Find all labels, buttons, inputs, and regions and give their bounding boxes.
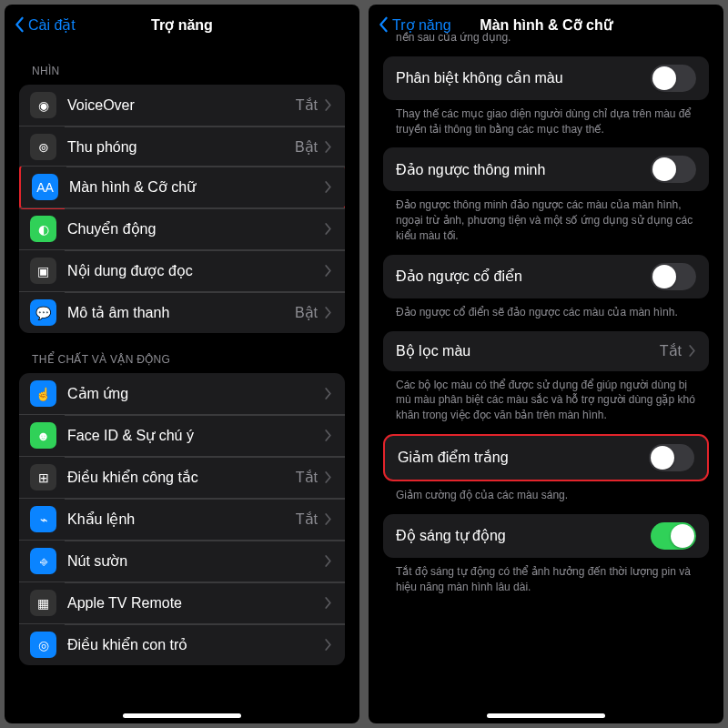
settings-row: Đảo ngược cổ điển <box>383 255 709 298</box>
row-label: Thu phóng <box>67 139 295 156</box>
chevron-right-icon <box>325 388 332 399</box>
settings-row[interactable]: ◎ Điều khiển con trỏ <box>19 623 345 665</box>
back-label: Trợ năng <box>392 16 451 34</box>
row-label: Bộ lọc màu <box>396 342 660 359</box>
settings-group: Đảo ngược thông minh <box>383 147 709 191</box>
group-footer: Giảm cường độ của các màu sáng. <box>369 481 723 514</box>
settings-row[interactable]: ▦ Apple TV Remote <box>19 581 345 623</box>
toggle-switch[interactable] <box>651 65 696 92</box>
settings-row[interactable]: ▣ Nội dung được đọc <box>19 249 345 291</box>
row-label: Cảm ứng <box>67 385 325 402</box>
settings-row[interactable]: ☝ Cảm ứng <box>19 373 345 414</box>
chevron-right-icon <box>325 513 332 525</box>
chevron-right-icon <box>325 555 332 567</box>
chevron-right-icon <box>325 430 332 441</box>
row-icon: ⌁ <box>30 506 56 532</box>
row-label: Điều khiển con trỏ <box>67 636 325 653</box>
settings-row[interactable]: AA Màn hình & Cỡ chữ <box>19 166 345 209</box>
chevron-right-icon <box>325 639 332 651</box>
row-value: Tắt <box>296 511 318 528</box>
row-icon: ◐ <box>30 216 56 242</box>
row-label: VoiceOver <box>67 97 296 114</box>
row-icon: ⎆ <box>30 548 56 574</box>
settings-row[interactable]: ◉ VoiceOver Tắt <box>19 85 345 126</box>
row-label: Apple TV Remote <box>67 595 325 612</box>
settings-row[interactable]: ⎆ Nút sườn <box>19 540 345 581</box>
settings-row[interactable]: ⌁ Khẩu lệnh Tắt <box>19 498 345 540</box>
toggle-switch[interactable] <box>651 156 696 183</box>
settings-row[interactable]: 💬 Mô tả âm thanh Bật <box>19 291 345 333</box>
settings-group: Độ sáng tự động <box>383 514 709 558</box>
section-header-vision: NHÌN <box>5 45 359 85</box>
row-label: Đảo ngược thông minh <box>396 161 651 178</box>
home-indicator[interactable] <box>123 713 241 718</box>
group-footer: Đảo ngược cổ điển sẽ đảo ngược các màu c… <box>369 298 723 331</box>
row-value: Bật <box>295 138 318 156</box>
chevron-right-icon <box>325 307 332 318</box>
chevron-right-icon <box>325 223 332 235</box>
toggle-switch[interactable] <box>651 522 696 550</box>
back-button[interactable]: Cài đặt <box>14 16 76 34</box>
row-label: Nội dung được đọc <box>67 262 325 279</box>
toggle-switch[interactable] <box>649 444 694 471</box>
group-vision: ◉ VoiceOver Tắt ⊚ Thu phóng Bật AA Màn h… <box>19 85 345 333</box>
home-indicator[interactable] <box>487 713 605 718</box>
row-icon: ▦ <box>30 590 56 616</box>
page-title: Màn hình & Cỡ chữ <box>480 16 612 34</box>
row-icon: ▣ <box>30 258 56 284</box>
row-label: Face ID & Sự chú ý <box>67 427 325 444</box>
group-footer: Thay thế các mục giao diện người dùng ch… <box>369 100 723 148</box>
page-title: Trợ năng <box>151 16 213 34</box>
row-value: Tắt <box>296 96 318 114</box>
row-label: Điều khiển công tắc <box>67 469 296 486</box>
chevron-left-icon <box>14 16 25 33</box>
row-label: Chuyển động <box>67 220 325 238</box>
phone-left: Cài đặt Trợ năng NHÌN ◉ VoiceOver Tắt ⊚ … <box>5 5 359 723</box>
content-scroll[interactable]: NHÌN ◉ VoiceOver Tắt ⊚ Thu phóng Bật AA … <box>5 45 359 723</box>
row-icon: ◎ <box>30 632 56 658</box>
settings-row[interactable]: ⊞ Điều khiển công tắc Tắt <box>19 456 345 498</box>
settings-row: Giảm điểm trắng <box>385 436 707 480</box>
chevron-right-icon <box>689 345 696 357</box>
settings-group: Phân biệt không cần màu <box>383 56 709 100</box>
settings-row[interactable]: ◐ Chuyển động <box>19 207 345 249</box>
group-footer: Tắt độ sáng tự động có thể ảnh hưởng đến… <box>369 558 723 606</box>
row-value: Bật <box>295 304 318 321</box>
row-icon: ⊚ <box>30 134 56 160</box>
settings-row[interactable]: ☻ Face ID & Sự chú ý <box>19 414 345 456</box>
content-scroll[interactable]: nền sau của ứng dụng. Phân biệt không cầ… <box>369 26 723 705</box>
settings-row[interactable]: ⊚ Thu phóng Bật <box>19 126 345 167</box>
chevron-left-icon <box>378 16 389 33</box>
group-footer: Đảo ngược thông minh đảo ngược các màu c… <box>369 191 723 254</box>
back-button[interactable]: Trợ năng <box>378 16 451 34</box>
row-label: Độ sáng tự động <box>396 527 651 544</box>
group-footer: Các bộ lọc màu có thể được sử dụng để gi… <box>369 371 723 434</box>
row-label: Giảm điểm trắng <box>398 449 649 466</box>
chevron-right-icon <box>325 471 332 483</box>
row-label: Phân biệt không cần màu <box>396 69 651 86</box>
chevron-right-icon <box>325 99 332 111</box>
row-value: Tắt <box>660 342 682 359</box>
row-icon: ☻ <box>30 422 56 449</box>
row-icon: ⊞ <box>30 464 56 490</box>
chevron-right-icon <box>325 265 332 277</box>
group-physical: ☝ Cảm ứng ☻ Face ID & Sự chú ý ⊞ Điều kh… <box>19 373 345 665</box>
row-label: Mô tả âm thanh <box>67 304 295 321</box>
row-label: Nút sườn <box>67 552 325 570</box>
row-icon: ◉ <box>30 92 56 118</box>
settings-group: Giảm điểm trắng <box>383 434 709 481</box>
nav-bar: Cài đặt Trợ năng <box>5 5 359 45</box>
back-label: Cài đặt <box>28 16 76 34</box>
row-label: Màn hình & Cỡ chữ <box>69 178 325 196</box>
settings-row: Đảo ngược thông minh <box>383 147 709 191</box>
phone-right: Trợ năng Màn hình & Cỡ chữ nền sau của ứ… <box>369 5 723 723</box>
toggle-switch[interactable] <box>651 263 696 290</box>
row-icon: ☝ <box>30 380 56 407</box>
row-icon: AA <box>32 174 58 200</box>
chevron-right-icon <box>325 141 332 153</box>
row-icon: 💬 <box>30 299 56 326</box>
settings-row[interactable]: Bộ lọc màu Tắt <box>383 331 709 371</box>
row-label: Đảo ngược cổ điển <box>396 268 651 285</box>
chevron-right-icon <box>325 181 332 193</box>
row-value: Tắt <box>296 469 318 486</box>
